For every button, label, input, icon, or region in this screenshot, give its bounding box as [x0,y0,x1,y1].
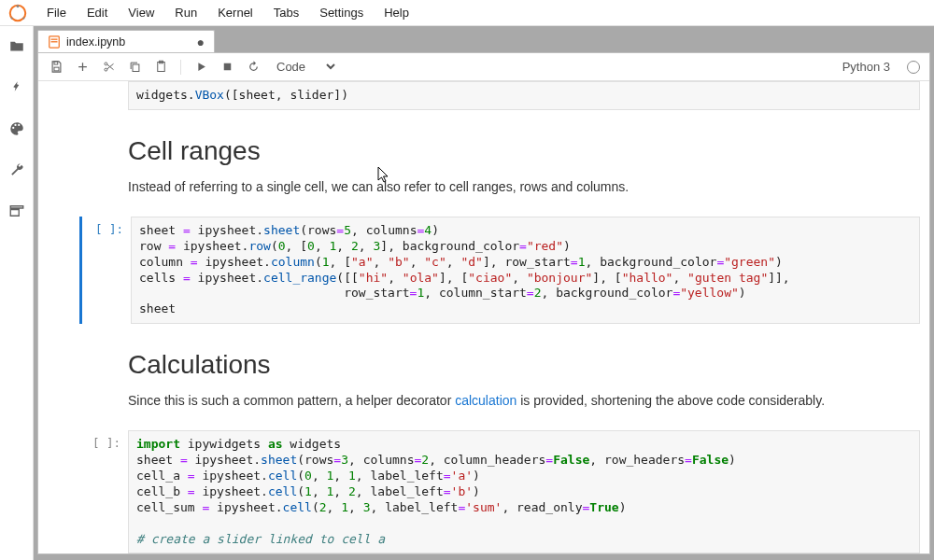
tabs-icon[interactable] [7,202,26,220]
svg-rect-7 [54,62,58,64]
folder-icon[interactable] [7,37,26,56]
cut-icon[interactable] [100,59,117,76]
heading-cell-ranges: Cell ranges [128,136,920,166]
jupyter-logo [7,3,28,23]
paragraph: Since this is such a common pattern, a h… [128,393,920,408]
code-editor[interactable]: sheet = ipysheet.sheet(rows=5, columns=4… [131,217,920,324]
svg-rect-8 [54,67,59,71]
menu-bar: File Edit View Run Kernel Tabs Settings … [0,0,934,26]
code-cell[interactable]: [ ]: sheet = ipysheet.sheet(rows=5, colu… [79,217,920,324]
run-icon[interactable] [192,59,209,76]
svg-point-3 [22,17,24,19]
menu-view[interactable]: View [119,2,163,23]
tab-bar: index.ipynb ● [34,26,934,52]
cell-prompt: [ ]: [79,430,128,553]
menu-help[interactable]: Help [375,2,418,23]
notebook-toolbar: Code Python 3 [38,53,929,81]
notebook-icon [48,35,61,49]
menu-file[interactable]: File [37,2,76,23]
notebook-content[interactable]: widgets.VBox([sheet, slider]) Cell range… [38,81,929,553]
cell-prompt: [ ]: [82,217,131,324]
tab-title: index.ipynb [66,35,125,49]
markdown-cell[interactable]: Cell ranges Instead of referring to a si… [79,119,920,207]
svg-point-2 [10,17,12,19]
copy-icon[interactable] [126,59,143,76]
main-area: index.ipynb ● Cod [34,26,934,560]
menu-kernel[interactable]: Kernel [208,2,262,23]
code-cell[interactable]: [ ]: import ipywidgets as widgets sheet … [79,430,920,553]
calculation-link[interactable]: calculation [455,393,517,408]
add-icon[interactable] [74,59,91,76]
paste-icon[interactable] [152,59,169,76]
menu-edit[interactable]: Edit [78,2,117,23]
activity-bar [0,26,34,560]
code-cell[interactable]: widgets.VBox([sheet, slider]) [79,81,920,110]
wrench-icon[interactable] [7,161,26,179]
heading-calculations: Calculations [128,350,920,380]
tab-dirty-icon: ● [197,35,205,49]
code-editor[interactable]: widgets.VBox([sheet, slider]) [128,81,920,110]
svg-rect-14 [223,63,231,71]
svg-rect-11 [133,64,139,72]
running-icon[interactable] [7,78,26,97]
menu-tabs[interactable]: Tabs [264,2,308,23]
restart-icon[interactable] [245,59,262,76]
palette-icon[interactable] [7,119,26,138]
svg-rect-6 [51,41,58,42]
svg-rect-5 [51,38,58,39]
markdown-cell[interactable]: Calculations Since this is such a common… [79,333,920,421]
stop-icon[interactable] [219,59,235,76]
menu-settings[interactable]: Settings [310,2,373,23]
celltype-select[interactable]: Code [271,57,338,77]
kernel-name[interactable]: Python 3 [842,60,890,74]
code-editor[interactable]: import ipywidgets as widgets sheet = ipy… [128,430,920,553]
save-icon[interactable] [48,59,64,76]
kernel-indicator-icon[interactable] [907,61,920,74]
svg-point-1 [17,5,20,7]
tab-index-ipynb[interactable]: index.ipynb ● [37,30,215,52]
cell-prompt [79,81,128,110]
menu-run[interactable]: Run [165,2,206,23]
paragraph: Instead of referring to a single cell, w… [128,179,920,194]
